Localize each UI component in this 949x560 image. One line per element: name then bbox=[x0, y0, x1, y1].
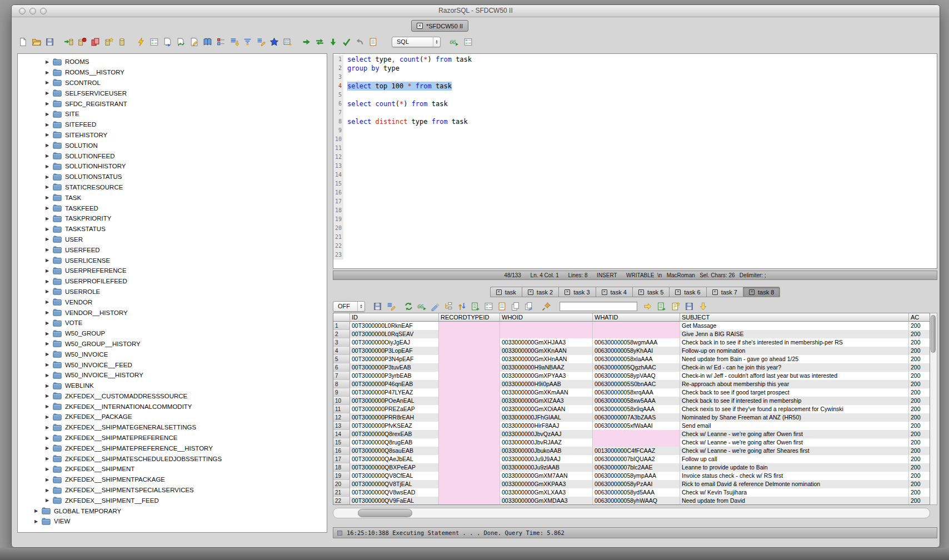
editor-line[interactable]: 19 bbox=[333, 215, 937, 224]
table-cell[interactable]: 0033000000GmXM7AAN bbox=[500, 472, 593, 480]
expand-arrow-icon[interactable]: ▶ bbox=[46, 101, 53, 106]
row-number[interactable]: 18 bbox=[333, 463, 350, 472]
new-note-icon[interactable] bbox=[671, 302, 680, 311]
refresh-document-icon[interactable] bbox=[176, 37, 186, 47]
view-text-icon[interactable]: 66 bbox=[449, 37, 459, 47]
expand-arrow-icon[interactable]: ▶ bbox=[46, 456, 53, 461]
expand-arrow-icon[interactable]: ▶ bbox=[46, 91, 53, 96]
expand-arrow-icon[interactable]: ▶ bbox=[46, 279, 53, 284]
table-cell[interactable] bbox=[439, 330, 500, 338]
expand-arrow-icon[interactable]: ▶ bbox=[46, 227, 53, 232]
close-tab-icon[interactable] bbox=[675, 289, 681, 295]
new-document-icon[interactable] bbox=[18, 37, 28, 47]
horizontal-scrollbar[interactable] bbox=[333, 508, 930, 518]
table-cell[interactable]: 0033000000JFhGIAAL bbox=[500, 413, 593, 422]
tree-item-solutionstatus[interactable]: ▶SOLUTIONSTATUS bbox=[18, 172, 327, 182]
tree-item-rooms-history[interactable]: ▶ROOMS__HISTORY bbox=[18, 67, 327, 78]
table-cell[interactable] bbox=[593, 430, 680, 438]
editor-line[interactable]: 4select top 100 * from task bbox=[333, 82, 937, 91]
table-row[interactable]: 1300T3000000PfvKSEAZ0033000000HirF8AAJ00… bbox=[333, 422, 930, 430]
close-tab-icon[interactable] bbox=[638, 289, 644, 295]
table-row[interactable]: 100T3000000L0RknEAFGet Massage200 bbox=[333, 322, 930, 330]
tree-item-zkfedex-shipment[interactable]: ▶ZKFEDEX__SHIPMENT bbox=[18, 464, 327, 474]
expand-arrow-icon[interactable]: ▶ bbox=[46, 362, 53, 367]
disconnect-database-icon[interactable] bbox=[77, 37, 87, 47]
editor-line[interactable]: 20 bbox=[333, 224, 937, 233]
expand-arrow-icon[interactable]: ▶ bbox=[34, 519, 42, 524]
title-bar[interactable]: RazorSQL - SFDCW50 II bbox=[12, 5, 940, 17]
tree-item-w50-invoice-history[interactable]: ▶W50_INVOICE__HISTORY bbox=[18, 370, 327, 381]
row-number[interactable]: 16 bbox=[333, 447, 350, 455]
tree-item-weblink[interactable]: ▶WEBLINK bbox=[18, 381, 327, 391]
expand-arrow-icon[interactable]: ▶ bbox=[46, 80, 53, 85]
table-cell[interactable]: Nominated by Shane Freeman at ANZ (HR50) bbox=[680, 413, 909, 422]
table-cell[interactable] bbox=[593, 322, 680, 330]
table-cell[interactable]: 00T3000000QAeJbEAL bbox=[350, 455, 439, 463]
row-number[interactable]: 7 bbox=[333, 372, 350, 380]
filter-icon[interactable] bbox=[243, 37, 252, 47]
table-cell[interactable]: 00630000005QgzhAAC bbox=[593, 363, 680, 372]
expand-arrow-icon[interactable]: ▶ bbox=[46, 268, 53, 273]
row-number[interactable]: 9 bbox=[333, 388, 350, 397]
tree-item-zkfedex-shipment-feed[interactable]: ▶ZKFEDEX__SHIPMENT__FEED bbox=[18, 495, 327, 506]
expand-arrow-icon[interactable]: ▶ bbox=[46, 373, 53, 378]
table-cell[interactable]: 200 bbox=[909, 413, 930, 422]
log-icon[interactable] bbox=[497, 302, 507, 311]
close-document-icon[interactable] bbox=[417, 23, 423, 29]
table-cell[interactable]: Check-in w/ Jeff - couldn't afford last … bbox=[680, 372, 909, 380]
column-header-subject[interactable]: SUBJECT bbox=[680, 313, 909, 322]
table-cell[interactable]: 00630000007bIQUAA2 bbox=[593, 455, 680, 463]
table-cell[interactable]: 200 bbox=[909, 405, 930, 413]
table-cell[interactable]: 00T3000000QBXPeEAP bbox=[350, 463, 439, 472]
table-row[interactable]: 2100T3000000QV8wsEAD0033000000GmXLXAA300… bbox=[333, 488, 930, 497]
table-cell[interactable]: 00630000007A3bZAAS bbox=[593, 413, 680, 422]
edit-document-icon[interactable] bbox=[189, 37, 199, 47]
editor-line[interactable]: 12 bbox=[333, 153, 937, 162]
table-row[interactable]: 600T3000000P3tuvEAB0033000000H9aNBAAZ006… bbox=[333, 363, 930, 372]
save-icon[interactable] bbox=[685, 302, 694, 311]
table-cell[interactable]: 00T3000000POeAnEAL bbox=[350, 397, 439, 405]
table-cell[interactable]: 00T3000000PfvKSEAZ bbox=[350, 422, 439, 430]
table-cell[interactable]: 00T3000000P3tuvEAB bbox=[350, 363, 439, 372]
table-cell[interactable] bbox=[439, 488, 500, 497]
row-number[interactable]: 19 bbox=[333, 472, 350, 480]
table-cell[interactable]: 200 bbox=[909, 397, 930, 405]
table-cell[interactable]: 006300000058xrqAAA bbox=[593, 388, 680, 397]
add-database-icon[interactable] bbox=[104, 37, 113, 47]
table-cell[interactable] bbox=[439, 380, 500, 388]
table-cell[interactable]: 200 bbox=[909, 447, 930, 455]
table-cell[interactable] bbox=[439, 463, 500, 472]
row-number[interactable]: 6 bbox=[333, 363, 350, 372]
row-number[interactable]: 3 bbox=[333, 338, 350, 347]
column-header-recordtypeid[interactable]: RECORDTYPEID bbox=[439, 313, 500, 322]
table-cell[interactable]: 00T3000000Q8rexEAB bbox=[350, 430, 439, 438]
tree-item-vote[interactable]: ▶VOTE bbox=[18, 318, 327, 328]
table-row[interactable]: 200T3000000L0RqSEAVGive Jenn a BIG RAISE… bbox=[333, 330, 930, 338]
editor-line[interactable]: 23 bbox=[333, 251, 937, 259]
edit-cell-icon[interactable] bbox=[431, 302, 440, 311]
tree-item-taskpriority[interactable]: ▶TASKPRIORITY bbox=[18, 213, 327, 224]
table-cell[interactable]: 006300000058yKhAAI bbox=[593, 347, 680, 355]
table-cell[interactable]: 00630000005S0bnAAC bbox=[593, 380, 680, 388]
table-cell[interactable]: 006300000058x9qAAA bbox=[593, 405, 680, 413]
table-cell[interactable] bbox=[500, 322, 593, 330]
table-cell[interactable]: 006300000058yd5AAA bbox=[593, 488, 680, 497]
expand-arrow-icon[interactable]: ▶ bbox=[46, 425, 53, 430]
column-header-whoid[interactable]: WHOID bbox=[500, 313, 593, 322]
tree-item-sitehistory[interactable]: ▶SITEHISTORY bbox=[18, 130, 327, 141]
expand-arrow-icon[interactable]: ▶ bbox=[46, 174, 53, 179]
table-cell[interactable]: 200 bbox=[909, 347, 930, 355]
tree-item-w50-group-history[interactable]: ▶W50_GROUP__HISTORY bbox=[18, 339, 327, 349]
table-row[interactable]: 1400T3000000Q8rexEAB0033000000JbvQzAAJCh… bbox=[333, 430, 930, 438]
table-cell[interactable]: Rick to email David & reference Delmonte… bbox=[680, 480, 909, 488]
row-number[interactable]: 21 bbox=[333, 488, 350, 497]
table-cell[interactable]: 00T3000000Q8sauEAB bbox=[350, 447, 439, 455]
tree-item-scontrol[interactable]: ▶SCONTROL bbox=[18, 78, 327, 88]
filter-edit-icon[interactable] bbox=[386, 302, 396, 311]
result-tab-task-2[interactable]: task 2 bbox=[522, 287, 558, 297]
close-tab-icon[interactable] bbox=[712, 289, 718, 295]
table-row[interactable]: 2000T3000000QV8TjEAL0033000000GmXKPAA300… bbox=[333, 480, 930, 488]
table-cell[interactable] bbox=[439, 497, 500, 505]
expand-arrow-icon[interactable]: ▶ bbox=[46, 352, 53, 357]
tree-item-zkfedex-shipmentspecialservices[interactable]: ▶ZKFEDEX__SHIPMENTSPECIALSERVICES bbox=[18, 485, 327, 496]
